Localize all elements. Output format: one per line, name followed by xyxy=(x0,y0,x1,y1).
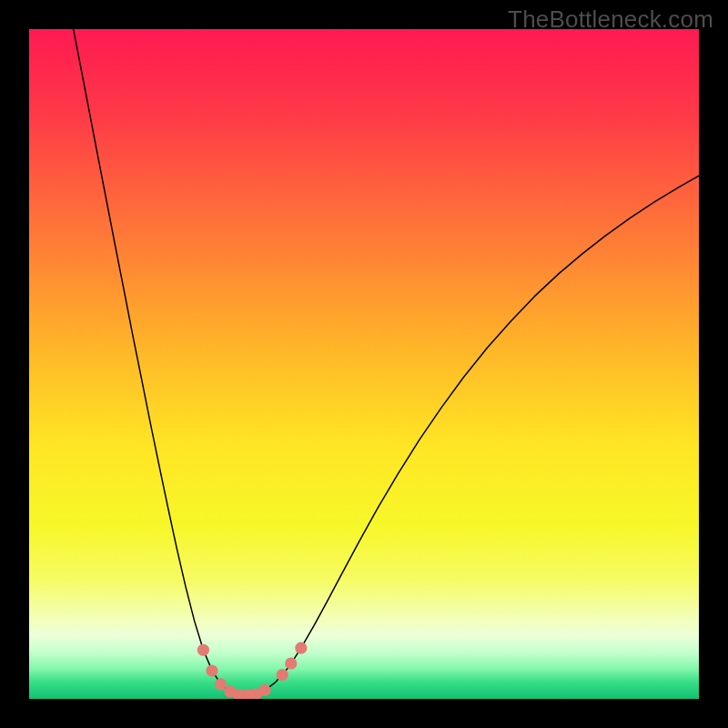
chart-background xyxy=(29,29,699,699)
highlight-dot xyxy=(285,657,297,669)
highlight-dot xyxy=(295,642,307,653)
chart-frame: TheBottleneck.com xyxy=(0,0,728,728)
chart-svg xyxy=(29,29,699,699)
highlight-dot xyxy=(258,684,270,696)
highlight-dot xyxy=(277,669,288,681)
highlight-dot xyxy=(206,664,217,676)
highlight-dot xyxy=(215,678,227,690)
chart-plot-area xyxy=(29,29,699,699)
highlight-dot xyxy=(197,644,209,656)
